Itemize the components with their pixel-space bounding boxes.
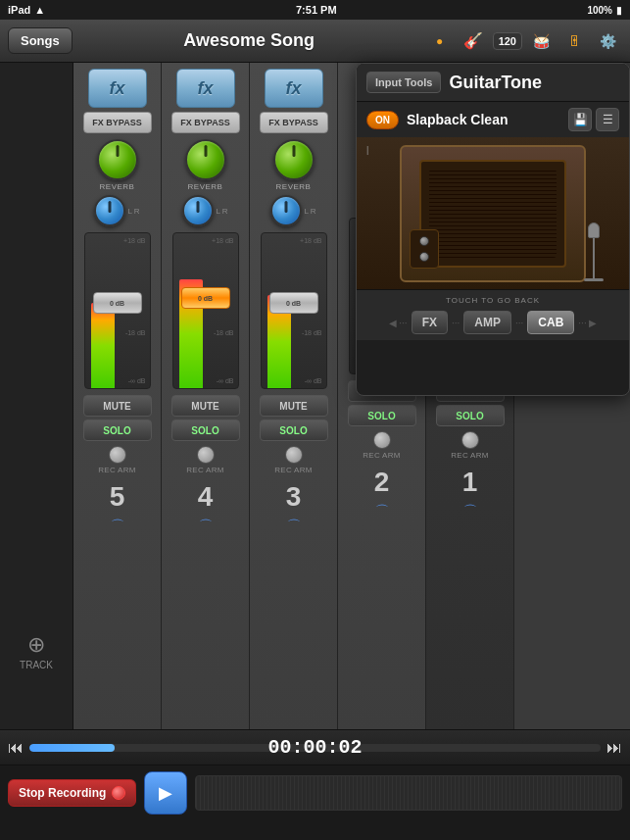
rec-arm-label-4[interactable]: REC ARM	[186, 466, 224, 474]
metronome-icon[interactable]: 🥁	[528, 27, 556, 55]
amp-cabinet	[400, 145, 586, 282]
pan-l-4: L	[216, 207, 219, 216]
transport-bar: ⏮ 00:00:02 ⏭	[0, 729, 630, 765]
songs-button[interactable]: Songs	[8, 27, 73, 54]
add-track-button[interactable]: ⊕ TRACK	[20, 632, 53, 670]
microphone	[588, 222, 600, 281]
solo-button-2[interactable]: SOLO	[348, 405, 416, 426]
rec-arm-label-5[interactable]: REC ARM	[98, 466, 136, 474]
mute-button-5[interactable]: MUTE	[83, 395, 152, 417]
track-channel-4: fx FX BYPASS REVERB L R +18 dB 0 dB	[162, 63, 250, 729]
fader-db-3: 0 dB	[286, 300, 301, 307]
pan-r-5: R	[134, 207, 140, 216]
db-minus18-5: -18 dB	[125, 329, 146, 336]
amp-chain-button[interactable]: AMP	[463, 311, 511, 334]
rec-arm-1: REC ARM	[451, 431, 489, 460]
fx-chain-button[interactable]: FX	[412, 311, 448, 334]
transport-next-button[interactable]: ⏭	[606, 739, 622, 757]
reverb-knob-5: REVERB	[97, 139, 138, 191]
fader-handle-4[interactable]: 0 dB	[181, 287, 230, 309]
solo-button-4[interactable]: SOLO	[171, 420, 240, 441]
bpm-display: 120	[493, 32, 522, 50]
amp-knob-2[interactable]	[419, 252, 429, 262]
db-minus18-4: -18 dB	[214, 329, 234, 336]
transport-time-display: 00:00:02	[267, 736, 362, 759]
fx-bypass-5[interactable]: FX BYPASS	[83, 112, 152, 133]
touch-to-go-back-label: TOUCH TO GO BACK	[446, 296, 540, 305]
reverb-knob-control-3[interactable]	[273, 139, 315, 180]
on-toggle[interactable]: ON	[366, 111, 399, 129]
rec-indicator-3	[285, 446, 303, 464]
pan-l-3: L	[304, 207, 308, 216]
settings-icon[interactable]: ⚙️	[595, 27, 622, 55]
add-track-label: TRACK	[20, 660, 53, 670]
waveform-area[interactable]	[195, 775, 622, 811]
pan-l-5: L	[127, 207, 131, 216]
track-wifi-4: ⌒	[199, 518, 213, 535]
panel-title: GuitarTone	[449, 73, 619, 93]
bottom-bar: Stop Recording ▶	[0, 765, 630, 819]
left-sidebar: ⊕ TRACK	[0, 63, 73, 729]
mixer-area: ⊕ TRACK fx FX BYPASS REVERB L R +18 dB	[0, 63, 630, 729]
input-tools-button[interactable]: Input Tools	[366, 72, 441, 93]
db-minus18-3: -18 dB	[302, 329, 322, 336]
pan-knob-5[interactable]	[94, 195, 125, 226]
speaker-grille	[429, 170, 557, 258]
fader-area-4[interactable]: +18 dB 0 dB -18 dB -∞ dB	[172, 232, 239, 389]
solo-button-3[interactable]: SOLO	[260, 420, 328, 441]
reverb-knob-control-4[interactable]	[185, 139, 226, 180]
reverb-label-3: REVERB	[276, 182, 312, 191]
cab-chain-button[interactable]: CAB	[527, 311, 574, 334]
mic-base	[584, 278, 604, 281]
pan-knob-4[interactable]	[182, 195, 214, 226]
list-preset-button[interactable]: ☰	[596, 108, 619, 131]
fx-button-3[interactable]: fx	[265, 69, 323, 108]
fader-area-3[interactable]: +18 dB 0 dB -18 dB -∞ dB	[261, 232, 327, 389]
track-number-5: 5	[110, 481, 125, 513]
db-minusinf-4: -∞ dB	[217, 377, 234, 384]
amp-knob-1[interactable]	[419, 236, 429, 246]
pan-4: L R	[182, 195, 227, 226]
save-preset-button[interactable]: 💾	[568, 108, 592, 131]
rec-arm-label-3[interactable]: REC ARM	[274, 466, 313, 474]
fader-handle-5[interactable]: 0 dB	[93, 292, 142, 314]
stop-recording-button[interactable]: Stop Recording	[8, 779, 136, 807]
fx-amp-cab-row: ◀ ··· FX ··· AMP ··· CAB ··· ▶	[366, 311, 619, 334]
rec-arm-label-2[interactable]: REC ARM	[363, 451, 401, 460]
rec-indicator-5	[109, 446, 126, 464]
mute-button-4[interactable]: MUTE	[171, 395, 240, 417]
rec-arm-3: REC ARM	[274, 446, 313, 474]
track-number-4: 4	[198, 481, 214, 513]
play-button[interactable]: ▶	[144, 771, 187, 815]
fader-handle-3[interactable]: 0 dB	[269, 292, 318, 314]
carrier-label: iPad	[8, 4, 30, 16]
mute-button-3[interactable]: MUTE	[260, 395, 328, 417]
fader-area-5[interactable]: +18 dB 0 dB -18 dB -∞ dB	[84, 232, 151, 389]
reverb-knob-control-5[interactable]	[97, 139, 138, 180]
db-minusinf-5: -∞ dB	[128, 377, 146, 384]
status-right: 100% ▮	[587, 5, 622, 16]
pan-knob-3[interactable]	[270, 195, 302, 226]
mixer-icon[interactable]: 🎚	[561, 27, 589, 55]
rec-indicator-1	[461, 431, 479, 449]
chain-arrows-right: ··· ▶	[578, 318, 597, 328]
track-wifi-1: ⌒	[463, 503, 477, 520]
solo-button-5[interactable]: SOLO	[83, 420, 152, 441]
preset-row: ON Slapback Clean 💾 ☰	[357, 102, 629, 137]
fx-button-5[interactable]: fx	[88, 69, 147, 108]
fx-bypass-4[interactable]: FX BYPASS	[171, 112, 240, 133]
track-number-2: 2	[374, 467, 390, 498]
fx-button-4[interactable]: fx	[176, 69, 235, 108]
transport-prev-button[interactable]: ⏮	[8, 739, 24, 757]
track-number-3: 3	[286, 481, 302, 513]
solo-button-1[interactable]: SOLO	[436, 405, 505, 426]
stop-recording-label: Stop Recording	[19, 786, 106, 800]
plus-icon: ⊕	[27, 632, 45, 658]
rec-arm-label-1[interactable]: REC ARM	[451, 451, 489, 460]
separator-2: ···	[515, 318, 523, 328]
pan-5: L R	[94, 195, 139, 226]
fx-bypass-3[interactable]: FX BYPASS	[260, 112, 328, 133]
guitar-icon[interactable]: 🎸	[460, 27, 487, 55]
db-minusinf-3: -∞ dB	[305, 377, 322, 384]
db-plus18-3: +18 dB	[300, 237, 321, 244]
